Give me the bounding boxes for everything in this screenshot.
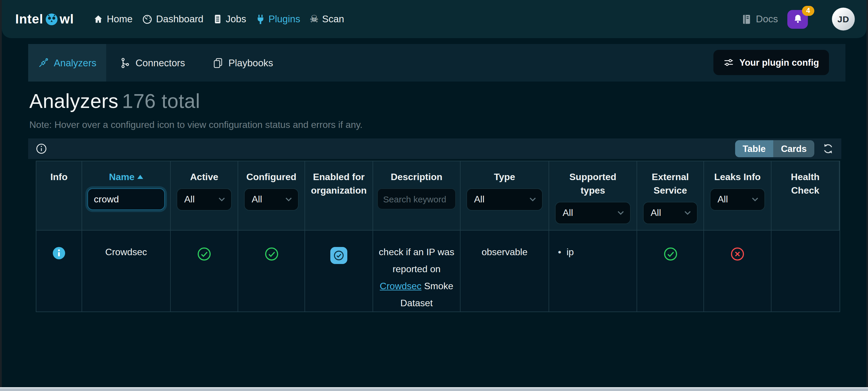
owl-logo-icon [45,12,58,26]
column-header-description: Description [373,161,461,231]
column-header-name: Name [82,161,171,231]
description-filter-input[interactable] [377,188,456,209]
name-filter-input[interactable] [87,188,165,210]
tab-analyzers[interactable]: Analyzers [28,44,106,82]
plug-icon [255,14,265,24]
sliders-icon [724,58,734,67]
app-window: Intel wl Home Dashboard [0,0,868,391]
row-info-icon[interactable] [53,247,65,260]
column-header-info: Info [36,161,82,231]
column-header-leaks-info: Leaks Info All [704,161,772,231]
header-label-type: Type [494,170,515,184]
horizontal-scrollbar[interactable] [0,387,868,391]
home-icon [93,14,103,24]
navbar-right: Docs 4 JD [742,8,855,31]
chevron-down-icon [751,197,758,202]
analyzers-table: Info Name Active All Configured All Enab… [36,161,840,312]
header-label-health-check: Health Check [778,170,832,198]
view-cards-button[interactable]: Cards [773,140,814,157]
row-crowdsec-supported-types-cell: ip [549,231,637,312]
jobs-icon [213,14,222,24]
chevron-down-icon [617,211,624,216]
header-label-info: Info [51,170,68,184]
column-header-health-check: Health Check [772,161,840,231]
brand-text-prefix: Intel [15,11,43,27]
page-note: Note: Hover over a configured icon to vi… [29,120,868,130]
brand-text-suffix: wl [60,11,74,27]
check-circle-icon [663,247,677,261]
header-label-active: Active [190,170,218,184]
playbooks-collection-icon [213,57,223,68]
notifications-badge: 4 [802,6,814,16]
active-filter-select[interactable]: All [177,188,232,211]
info-circle-icon[interactable] [36,143,47,154]
table-toolbar: Table Cards [28,139,841,159]
total-count: 176 total [122,90,200,112]
your-plugin-config-button[interactable]: Your plugin config [714,50,829,75]
crowdsec-link[interactable]: Crowdsec [380,281,422,291]
configured-filter-select[interactable]: All [244,188,299,211]
row-crowdsec-leaks-info-cell [704,231,772,312]
view-table-button[interactable]: Table [735,140,773,157]
supported-types-filter-select[interactable]: All [555,202,631,224]
row-crowdsec-enabled-org-cell [305,231,373,312]
x-circle-icon [731,247,744,261]
page-title-text: Analyzers [29,90,119,112]
nav-jobs[interactable]: Jobs [213,13,246,25]
main-nav: Home Dashboard Jobs Plugins [93,13,344,25]
external-service-filter-select[interactable]: All [643,202,698,224]
column-header-external-service: External Service All [637,161,704,231]
tab-playbooks[interactable]: Playbooks [199,44,287,82]
chevron-down-icon [684,211,691,216]
check-circle-icon [264,247,278,261]
window-edge-left [0,0,2,391]
nav-plugins[interactable]: Plugins [255,13,300,25]
header-label-configured: Configured [246,170,297,184]
row-crowdsec-name-cell: Crowdsec [82,231,171,312]
user-avatar[interactable]: JD [832,8,855,31]
nav-dashboard[interactable]: Dashboard [142,13,203,25]
top-navbar: Intel wl Home Dashboard [2,0,867,38]
scan-skull-icon: ☠ [309,14,318,24]
row-crowdsec-configured-cell [238,231,305,312]
notifications-button[interactable]: 4 [787,10,808,28]
column-header-enabled-org: Enabled for organization [305,161,373,231]
org-enabled-toggle[interactable] [330,247,347,264]
column-header-active: Active All [171,161,238,231]
header-label-description: Description [391,170,442,184]
description-text: check if an IP was reported on Crowdsec … [378,244,455,312]
header-label-leaks-info: Leaks Info [714,170,761,184]
analyzers-jack-icon [38,58,49,68]
leaks-info-filter-select[interactable]: All [710,188,765,211]
type-filter-select[interactable]: All [466,188,543,211]
plugins-tabbar: Analyzers Connectors Playbooks Your plug… [28,44,845,82]
check-circle-dark-icon [333,250,344,261]
refresh-icon[interactable] [823,143,834,154]
supported-types-list: ip [558,247,574,258]
tab-connectors[interactable]: Connectors [106,44,199,82]
supported-type-item: ip [558,247,574,258]
dashboard-icon [142,14,153,24]
row-crowdsec-info-cell [36,231,82,312]
nav-scan[interactable]: ☠ Scan [309,13,344,25]
docs-link[interactable]: Docs [742,13,778,25]
column-header-supported-types: Supported types All [549,161,637,231]
page-title: Analyzers176 total [29,90,868,113]
window-edge-right [867,0,868,391]
bell-icon [793,14,802,24]
nav-home[interactable]: Home [93,13,132,25]
brand-logo[interactable]: Intel wl [15,11,74,27]
header-label-external-service: External Service [643,170,697,198]
row-crowdsec-type-cell: observable [461,231,549,312]
row-crowdsec-active-cell [171,231,238,312]
connectors-branch-icon [120,57,130,68]
chevron-down-icon [529,197,536,202]
column-header-configured: Configured All [238,161,305,231]
sort-ascending-icon [137,175,144,179]
header-label-enabled-org: Enabled for organization [305,170,373,198]
column-header-type: Type All [461,161,549,231]
chevron-down-icon [218,197,225,202]
header-label-name[interactable]: Name [109,170,143,184]
header-label-supported-types: Supported types [566,170,620,198]
view-toggle: Table Cards [735,140,814,157]
